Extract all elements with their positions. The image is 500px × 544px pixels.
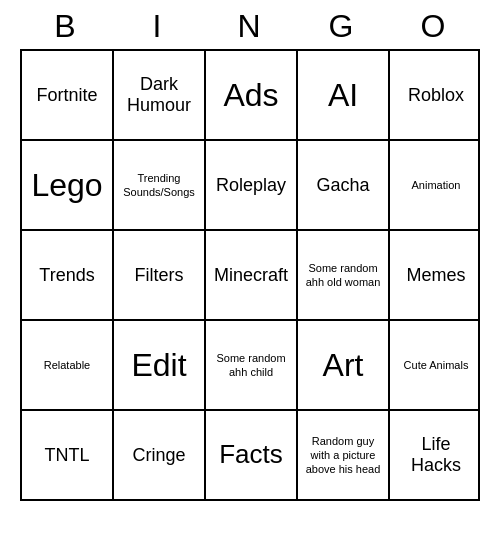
header-g: G	[298, 8, 386, 45]
bingo-cell-3-2: Some random ahh child	[206, 321, 298, 409]
bingo-cell-3-4: Cute Animals	[390, 321, 482, 409]
cell-text-4-0: TNTL	[45, 445, 90, 466]
bingo-row-3: RelatableEditSome random ahh childArtCut…	[22, 321, 478, 411]
cell-text-4-1: Cringe	[132, 445, 185, 466]
bingo-row-1: LegoTrending Sounds/SongsRoleplayGachaAn…	[22, 141, 478, 231]
header-o: O	[390, 8, 478, 45]
bingo-cell-2-2: Minecraft	[206, 231, 298, 319]
bingo-cell-0-4: Roblox	[390, 51, 482, 139]
header-i: I	[114, 8, 202, 45]
cell-text-3-0: Relatable	[44, 358, 90, 372]
bingo-cell-4-4: Life Hacks	[390, 411, 482, 499]
cell-text-3-3: Art	[323, 347, 364, 384]
cell-text-0-2: Ads	[223, 77, 278, 114]
cell-text-3-4: Cute Animals	[404, 358, 469, 372]
bingo-row-4: TNTLCringeFactsRandom guy with a picture…	[22, 411, 478, 499]
bingo-cell-0-0: Fortnite	[22, 51, 114, 139]
bingo-cell-0-1: Dark Humour	[114, 51, 206, 139]
cell-text-1-4: Animation	[412, 178, 461, 192]
cell-text-1-2: Roleplay	[216, 175, 286, 196]
cell-text-1-3: Gacha	[316, 175, 369, 196]
bingo-cell-2-4: Memes	[390, 231, 482, 319]
bingo-row-2: TrendsFiltersMinecraftSome random ahh ol…	[22, 231, 478, 321]
bingo-cell-1-0: Lego	[22, 141, 114, 229]
cell-text-4-3: Random guy with a picture above his head	[302, 434, 384, 477]
bingo-cell-3-1: Edit	[114, 321, 206, 409]
cell-text-1-1: Trending Sounds/Songs	[118, 171, 200, 200]
bingo-cell-0-3: AI	[298, 51, 390, 139]
header-b: B	[22, 8, 110, 45]
cell-text-2-1: Filters	[135, 265, 184, 286]
cell-text-1-0: Lego	[31, 167, 102, 204]
cell-text-2-2: Minecraft	[214, 265, 288, 286]
bingo-cell-1-1: Trending Sounds/Songs	[114, 141, 206, 229]
cell-text-2-4: Memes	[406, 265, 465, 286]
bingo-cell-4-1: Cringe	[114, 411, 206, 499]
bingo-cell-4-0: TNTL	[22, 411, 114, 499]
bingo-cell-0-2: Ads	[206, 51, 298, 139]
bingo-cell-2-0: Trends	[22, 231, 114, 319]
cell-text-0-0: Fortnite	[36, 85, 97, 106]
cell-text-3-2: Some random ahh child	[210, 351, 292, 380]
cell-text-3-1: Edit	[131, 347, 186, 384]
cell-text-0-3: AI	[328, 77, 358, 114]
bingo-cell-4-2: Facts	[206, 411, 298, 499]
cell-text-2-3: Some random ahh old woman	[302, 261, 384, 290]
bingo-cell-1-3: Gacha	[298, 141, 390, 229]
cell-text-0-1: Dark Humour	[118, 74, 200, 116]
bingo-grid: FortniteDark HumourAdsAIRobloxLegoTrendi…	[20, 49, 480, 501]
bingo-cell-3-3: Art	[298, 321, 390, 409]
cell-text-2-0: Trends	[39, 265, 94, 286]
bingo-cell-1-4: Animation	[390, 141, 482, 229]
bingo-cell-4-3: Random guy with a picture above his head	[298, 411, 390, 499]
bingo-cell-2-3: Some random ahh old woman	[298, 231, 390, 319]
cell-text-4-2: Facts	[219, 439, 283, 470]
cell-text-4-4: Life Hacks	[394, 434, 478, 476]
bingo-row-0: FortniteDark HumourAdsAIRoblox	[22, 51, 478, 141]
bingo-cell-2-1: Filters	[114, 231, 206, 319]
bingo-cell-3-0: Relatable	[22, 321, 114, 409]
cell-text-0-4: Roblox	[408, 85, 464, 106]
bingo-cell-1-2: Roleplay	[206, 141, 298, 229]
bingo-header: B I N G O	[20, 0, 480, 49]
header-n: N	[206, 8, 294, 45]
